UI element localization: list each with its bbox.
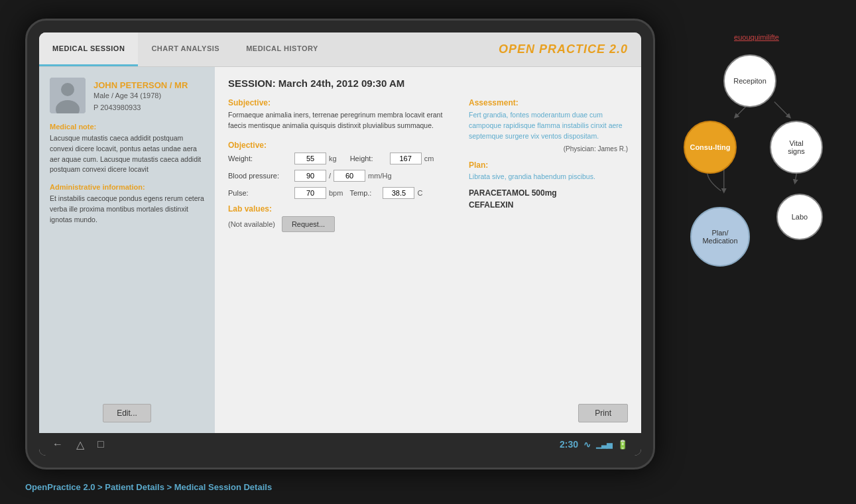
main-content: JOHN PETERSON / MR Male / Age 34 (1978) … — [39, 67, 641, 433]
plan-text: Librata sive, grandia habendum piscibus. — [469, 172, 628, 180]
height-input[interactable] — [390, 153, 422, 164]
two-col-layout: Subjective: Formaeque animalia iners, te… — [228, 98, 628, 396]
wf-vitalsigns-node[interactable]: Vital signs — [770, 121, 823, 174]
lab-section: Lab values: (Not available) Request... — [228, 204, 449, 232]
tab-chart-analysis[interactable]: CHART ANALYSIS — [138, 32, 233, 66]
wf-labo-label: Labo — [792, 213, 808, 221]
temp-unit: C — [417, 189, 422, 197]
session-content: SESSION: March 24th, 2012 09:30 AM Subje… — [215, 67, 641, 433]
lab-row: (Not available) Request... — [228, 216, 449, 232]
wf-reception-node[interactable]: Recepiton — [723, 54, 776, 107]
assessment-label: Assessment: — [469, 98, 628, 107]
bp-systolic-input[interactable] — [294, 170, 326, 182]
workflow-diagram: Recepiton Consu-lting Vital signs Labo P… — [677, 54, 836, 280]
session-header: SESSION: March 24th, 2012 09:30 AM — [228, 78, 628, 89]
clock-time: 2:30 — [560, 439, 578, 450]
pulse-unit: bpm — [329, 189, 343, 197]
wf-plan-label: Plan/ Medication — [702, 229, 737, 245]
patient-text-block: JOHN PETERSON / MR Male / Age 34 (1978) … — [93, 80, 188, 111]
patient-info: JOHN PETERSON / MR Male / Age 34 (1978) … — [50, 78, 204, 113]
bp-label: Blood pressure: — [228, 172, 294, 180]
tablet-screen: MEDICAL SESSION CHART ANALYSIS MEDICAL H… — [39, 32, 641, 456]
workflow-title[interactable]: euouquimilifte — [670, 33, 843, 41]
nav-bar: ← △ □ 2:30 ∿ ▁▃▅ 🔋 — [39, 433, 641, 456]
wf-consulting-label: Consu-lting — [690, 143, 730, 151]
medication-1: PARACETAMOL 500mg — [469, 188, 628, 198]
subjective-text: Formaeque animalia iners, terrenae pereg… — [228, 110, 449, 131]
tablet-frame: MEDICAL SESSION CHART ANALYSIS MEDICAL H… — [25, 19, 655, 470]
tab-bar: MEDICAL SESSION CHART ANALYSIS MEDICAL H… — [39, 32, 641, 67]
patient-phone: P 2043980933 — [93, 103, 188, 111]
wf-labo-node[interactable]: Labo — [776, 194, 823, 240]
lab-status: (Not available) — [228, 220, 275, 228]
lab-label: Lab values: — [228, 204, 449, 214]
sidebar: JOHN PETERSON / MR Male / Age 34 (1978) … — [39, 67, 215, 433]
height-label: Height: — [350, 155, 390, 162]
pulse-label: Pulse: — [228, 189, 294, 197]
print-button[interactable]: Print — [578, 404, 628, 422]
wifi-icon: ∿ — [583, 440, 591, 450]
right-column: Assessment: Fert grandia, fontes moderan… — [469, 98, 628, 396]
wf-consulting-node[interactable]: Consu-lting — [684, 121, 737, 174]
medical-note-label: Medical note: — [50, 123, 204, 131]
bp-slash: / — [329, 172, 331, 180]
wf-plan-node[interactable]: Plan/ Medication — [690, 207, 750, 267]
wf-reception-label: Recepiton — [733, 77, 766, 85]
left-column: Subjective: Formaeque animalia iners, te… — [228, 98, 449, 396]
home-icon[interactable]: △ — [76, 438, 84, 451]
bp-unit: mm/Hg — [368, 172, 391, 180]
pulse-input[interactable] — [294, 187, 326, 199]
workflow-panel: euouquimilifte Recepiton Cons — [670, 33, 843, 418]
pulse-temp-row: Pulse: bpm Temp.: C — [228, 187, 449, 199]
medication-2: CEFALEXIN — [469, 200, 628, 210]
request-button[interactable]: Request... — [282, 216, 335, 232]
battery-icon: 🔋 — [617, 440, 628, 450]
nav-icons: ← △ □ — [52, 438, 104, 451]
patient-gender-age: Male / Age 34 (1978) — [93, 92, 188, 99]
admin-info-text: Et instabilis caecoque pondus egens reru… — [50, 194, 204, 225]
admin-info-label: Administrative information: — [50, 183, 204, 191]
patient-name: JOHN PETERSON / MR — [93, 80, 188, 90]
physician-text: (Physician: James R.) — [469, 145, 628, 153]
svg-line-4 — [774, 102, 789, 117]
breadcrumb: OpenPractice 2.0 > Patient Details > Med… — [25, 482, 272, 492]
signal-icon: ▁▃▅ — [596, 440, 612, 449]
back-icon[interactable]: ← — [52, 438, 63, 450]
svg-point-1 — [61, 83, 74, 96]
nav-time-block: 2:30 ∿ ▁▃▅ 🔋 — [560, 439, 628, 450]
edit-button[interactable]: Edit... — [103, 404, 151, 422]
wf-vitalsigns-label: Vital signs — [788, 139, 805, 155]
session-footer: Print — [228, 404, 628, 422]
temp-input[interactable] — [383, 187, 414, 199]
height-unit: cm — [424, 155, 434, 162]
avatar — [50, 78, 86, 113]
weight-input[interactable] — [294, 153, 326, 164]
bp-row: Blood pressure: / mm/Hg — [228, 170, 449, 182]
tab-medical-history[interactable]: MEDICAL HISTORY — [233, 32, 332, 66]
plan-label: Plan: — [469, 160, 628, 170]
objective-label: Objective: — [228, 141, 449, 150]
assessment-text: Fert grandia, fontes moderantum duae cum… — [469, 110, 628, 141]
subjective-label: Subjective: — [228, 98, 449, 107]
temp-label: Temp.: — [349, 189, 383, 197]
bp-diastolic-input[interactable] — [334, 170, 365, 182]
recent-icon[interactable]: □ — [97, 438, 104, 450]
brand-label: OPEN PRACTICE 2.0 — [499, 32, 641, 66]
tab-medical-session[interactable]: MEDICAL SESSION — [39, 32, 138, 66]
weight-label: Weight: — [228, 155, 294, 162]
weight-unit: kg — [329, 155, 337, 162]
medical-note-text: Lacusque mutastis caeca addidit postquam… — [50, 133, 204, 175]
weight-height-row: Weight: kg Height: cm — [228, 153, 449, 164]
